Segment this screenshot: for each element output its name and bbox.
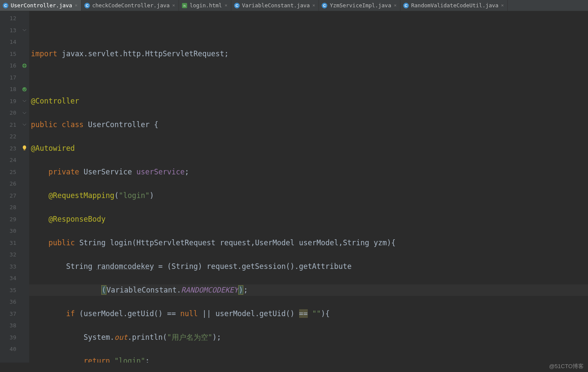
svg-text:C: C bbox=[236, 3, 239, 8]
tab-label: VariableConstant.java bbox=[242, 2, 310, 9]
java-icon: C bbox=[234, 3, 240, 9]
close-icon[interactable]: × bbox=[312, 3, 315, 8]
editor-tab-bar: C UserController.java × C checkCodeContr… bbox=[0, 0, 588, 11]
line-number-gutter: 1213141516171819202122232425262728293031… bbox=[0, 11, 20, 363]
close-icon[interactable]: × bbox=[172, 3, 175, 8]
svg-text:C: C bbox=[405, 3, 408, 8]
tab-checkcodecontroller[interactable]: C checkCodeController.java × bbox=[82, 0, 179, 11]
tab-login-html[interactable]: h login.html × bbox=[179, 0, 231, 11]
close-icon[interactable]: × bbox=[501, 3, 504, 8]
watermark: @51CTO博客 bbox=[549, 363, 584, 370]
tab-label: checkCodeController.java bbox=[92, 2, 170, 9]
close-icon[interactable]: × bbox=[224, 3, 227, 8]
svg-rect-15 bbox=[24, 149, 25, 150]
java-icon: C bbox=[84, 3, 90, 9]
svg-text:C: C bbox=[323, 3, 326, 8]
tab-yzmserviceimpl[interactable]: C YzmServiceImpl.java × bbox=[319, 0, 400, 11]
gutter-markers bbox=[20, 11, 29, 363]
java-icon: C bbox=[403, 3, 409, 9]
tab-variableconstant[interactable]: C VariableConstant.java × bbox=[231, 0, 319, 11]
svg-text:h: h bbox=[184, 4, 185, 8]
close-icon[interactable]: × bbox=[75, 3, 78, 8]
java-icon: C bbox=[3, 3, 9, 9]
tab-label: UserController.java bbox=[11, 2, 72, 9]
code-editor[interactable]: 1213141516171819202122232425262728293031… bbox=[0, 11, 588, 363]
tab-label: login.html bbox=[190, 2, 222, 9]
html-icon: h bbox=[182, 3, 188, 9]
lightbulb-icon[interactable] bbox=[20, 143, 29, 155]
tab-label: YzmServiceImpl.java bbox=[330, 2, 391, 9]
svg-text:C: C bbox=[85, 3, 88, 8]
code-area[interactable]: import javax.servlet.http.HttpServletReq… bbox=[29, 11, 588, 363]
tab-usercontroller[interactable]: C UserController.java × bbox=[0, 0, 82, 11]
java-icon: C bbox=[321, 3, 327, 9]
tab-label: RandomValidateCodeUtil.java bbox=[411, 2, 498, 9]
close-icon[interactable]: × bbox=[394, 3, 397, 8]
svg-text:C: C bbox=[4, 3, 7, 8]
tab-randomvalidatecodeutil[interactable]: C RandomValidateCodeUtil.java × bbox=[400, 0, 508, 11]
svg-point-14 bbox=[23, 146, 26, 149]
